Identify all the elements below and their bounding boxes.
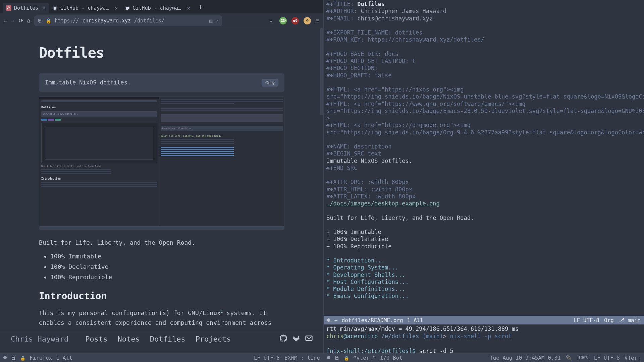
tab-label: GitHub - chayward1/dotf (60, 5, 111, 11)
browser-tab-dotfiles[interactable]: Dotfiles × (3, 3, 49, 13)
url-scheme: https:// (55, 18, 79, 24)
encoding: LF UTF-8 (594, 355, 620, 361)
encoding: LF UTF-8 (574, 317, 599, 323)
mini-intro-heading: Introduction (41, 177, 157, 181)
modeline-modified-icon (327, 356, 330, 359)
battery-pct: 100% (577, 355, 589, 360)
nav-link-dotfiles[interactable]: Dotfiles (150, 335, 185, 343)
list-item: 100% Immutable (50, 252, 284, 261)
copy-button[interactable]: Copy (262, 79, 278, 86)
mini-built-r: Built for Life, Liberty, and the Open Ro… (161, 134, 283, 138)
page-title: Dotfiles (39, 42, 284, 64)
extension-green-icon[interactable]: Ꙭ (279, 17, 287, 24)
favicon-site-icon (6, 5, 11, 11)
tab-label: GitHub - chayward1/dotf (133, 5, 183, 11)
reader-mode-icon[interactable]: ▤ (209, 18, 212, 24)
intro-heading: Introduction (39, 289, 284, 304)
mini-src: Immutable NixOS dotfiles. (161, 126, 283, 131)
back-arrow-icon: ← (334, 317, 338, 323)
site-nav: Chris Hayward Posts Notes Dotfiles Proje… (0, 330, 323, 348)
code-snippet-text: Immutable NixOS dotfiles. (45, 78, 131, 87)
mini-tagline: Built for Life, Liberty, and the Open Ro… (41, 165, 157, 168)
buffer-path: dotfiles/README.org (342, 317, 403, 323)
url-path: /dotfiles/ (134, 18, 164, 24)
battery-icon: 🔌 (566, 355, 572, 361)
modeline-vterm: 🗎 *vterm* 170 Bot Tue Aug 10 9:45AM 0.31… (324, 353, 644, 362)
tab-label: Dotfiles (14, 5, 38, 11)
file-icon: 🗎 (11, 355, 16, 361)
buffer-position: 1 All (407, 317, 423, 323)
lock-icon[interactable]: 🔒 (46, 18, 51, 23)
github-icon[interactable] (280, 335, 287, 344)
vterm-buffer[interactable]: rtt min/avg/max/mdev = 49.294/186.651/36… (324, 324, 644, 353)
modeline-org: ← dotfiles/README.org 1 All LF UTF-8 Org… (324, 316, 644, 324)
code-snippet-box: Immutable NixOS dotfiles. Copy (39, 73, 284, 92)
list-item: 100% Declarative (50, 262, 284, 272)
lock-icon (20, 355, 25, 361)
page-tagline: Built for Life, Liberty, and the Open Ro… (39, 238, 284, 248)
mini-bottom-bar (39, 226, 284, 230)
file-icon: 🗎 (334, 355, 340, 361)
tab-close-icon[interactable]: × (42, 5, 46, 11)
buffer-name: *vterm* (353, 355, 376, 361)
browser-toolbar: ← → ⟳ ⌂ ⛨ 🔒 https://chrishayward.xyz/dot… (0, 13, 323, 28)
nav-link-notes[interactable]: Notes (117, 335, 140, 343)
page-feature-list: 100% Immutable 100% Declarative 100% Rep… (50, 252, 284, 282)
site-brand[interactable]: Chris Hayward (11, 335, 68, 343)
nav-link-posts[interactable]: Posts (85, 335, 107, 343)
buffer-position: 170 Bot (380, 355, 402, 361)
svg-rect-0 (6, 5, 11, 11)
org-buffer[interactable]: #+TITLE: Dotfiles #+AUTHOR: Christopher … (324, 0, 644, 316)
bookmark-star-icon[interactable]: ☆ (216, 18, 219, 24)
tracking-shield-icon[interactable]: ⛨ (38, 18, 42, 23)
favicon-github-icon (52, 5, 58, 11)
buffer-name: Firefox (30, 355, 52, 361)
page-screenshot-image: Dotfiles Immutable NixOS dotfiles. Built… (39, 97, 284, 230)
lock-icon (344, 355, 349, 361)
browser-tab-github-2[interactable]: GitHub - chayward1/dotf × (121, 3, 194, 13)
home-icon[interactable]: ⌂ (27, 17, 31, 24)
mini-title: Dotfiles (41, 105, 157, 110)
new-tab-button[interactable]: + (194, 3, 207, 11)
pocket-icon[interactable]: ⌄ (267, 17, 275, 24)
list-item: 100% Reproducible (50, 273, 284, 282)
buffer-position: 1 All (56, 355, 72, 361)
major-mode: Org (604, 317, 614, 323)
term-output-line: rtt min/avg/max/mdev = 49.294/186.651/36… (326, 325, 519, 332)
extension-ublock-icon[interactable]: u0 (291, 17, 299, 24)
major-mode: EXWM : line (284, 355, 320, 361)
browser-viewport[interactable]: Dotfiles Immutable NixOS dotfiles. Copy … (0, 28, 323, 342)
term-command: nix-shell -p scrot (450, 333, 512, 340)
extension-tan-icon[interactable]: ☺ (304, 17, 311, 24)
svg-rect-3 (306, 336, 312, 341)
term-command: scrot -d 5 (419, 348, 453, 353)
email-icon[interactable] (305, 335, 313, 344)
modeline-firefox: 🗎 Firefox 1 All LF UTF-8 EXWM : line (0, 353, 323, 362)
url-bar[interactable]: ⛨ 🔒 https://chrishayward.xyz/dotfiles/ ▤… (34, 15, 222, 26)
nav-forward-icon[interactable]: → (11, 17, 15, 24)
encoding: LF UTF-8 (254, 355, 280, 361)
major-mode: VTerm (625, 355, 641, 361)
git-branch: ⎇ main (619, 317, 641, 323)
browser-tab-strip: Dotfiles × GitHub - chayward1/dotf × Git… (0, 0, 323, 13)
browser-tab-github-1[interactable]: GitHub - chayward1/dotf × (49, 3, 121, 13)
modeline-modified-icon (327, 318, 330, 322)
nav-link-projects[interactable]: Projects (196, 335, 231, 343)
tab-close-icon[interactable]: × (187, 5, 191, 11)
favicon-github-icon (125, 5, 130, 11)
nav-back-icon[interactable]: ← (4, 17, 8, 24)
hamburger-menu-icon[interactable]: ≡ (316, 17, 319, 24)
tab-close-icon[interactable]: × (115, 5, 118, 11)
mini-codebox: Immutable NixOS dotfiles. (41, 111, 157, 117)
reload-icon[interactable]: ⟳ (19, 17, 23, 24)
clock: Tue Aug 10 9:45AM 0.31 (490, 355, 561, 361)
scrollbar-thumb[interactable] (320, 28, 323, 115)
modeline-modified-icon (3, 356, 7, 359)
url-host: chrishayward.xyz (83, 18, 131, 24)
gitlab-icon[interactable] (292, 335, 300, 344)
